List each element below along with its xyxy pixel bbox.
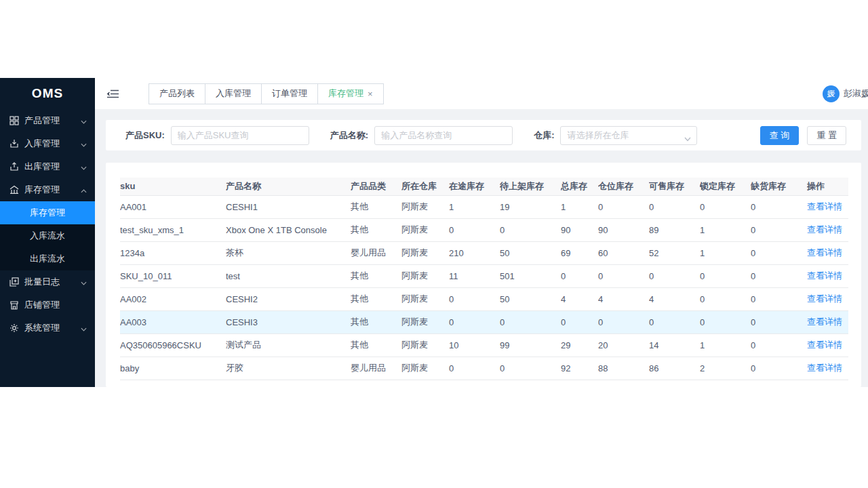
search-button[interactable]: 查 询 xyxy=(760,126,800,145)
column-header: 产品名称 xyxy=(226,178,351,195)
table-cell: CESHI3 xyxy=(226,310,351,333)
view-details-link[interactable]: 查看详情 xyxy=(807,340,842,350)
sidebar-item-inbound-management[interactable]: 入库管理 xyxy=(0,132,95,155)
table-cell: CESHI1 xyxy=(226,195,351,218)
sidebar-item-label: 批量日志 xyxy=(24,276,78,288)
submenu-item-inbound-flow[interactable]: 入库流水 xyxy=(0,224,95,247)
table-body: AA001CESHI1其他阿斯麦11910000查看详情test_sku_xms… xyxy=(120,195,848,380)
tab-inbound-management[interactable]: 入库管理 xyxy=(205,83,262,104)
sidebar-item-outbound-management[interactable]: 出库管理 xyxy=(0,155,95,178)
table-cell: 0 xyxy=(500,310,561,333)
table-cell: 210 xyxy=(449,241,500,264)
topbar: 产品列表 入库管理 订单管理 库存管理 × 媛 彭淑媛 xyxy=(95,78,868,109)
tab-order-management[interactable]: 订单管理 xyxy=(261,83,318,104)
table-cell: AA003 xyxy=(120,310,226,333)
avatar[interactable]: 媛 xyxy=(823,85,840,102)
reset-button[interactable]: 重 置 xyxy=(807,126,846,145)
table-cell: 52 xyxy=(649,241,700,264)
inventory-table: sku产品名称产品品类所在仓库在途库存待上架库存总库存仓位库存可售库存锁定库存缺… xyxy=(120,178,848,380)
table-header-row: sku产品名称产品品类所在仓库在途库存待上架库存总库存仓位库存可售库存锁定库存缺… xyxy=(120,178,848,195)
column-header: 所在仓库 xyxy=(401,178,449,195)
tab-inventory-management[interactable]: 库存管理 × xyxy=(317,83,384,104)
table-cell: 92 xyxy=(561,357,598,380)
sidebar-item-inventory-management[interactable]: 库存管理 xyxy=(0,178,95,201)
table-cell: 4 xyxy=(649,287,700,310)
table-cell: 0 xyxy=(598,264,649,287)
sidebar-item-product-management[interactable]: 产品管理 xyxy=(0,109,95,132)
table-cell: 14 xyxy=(649,333,700,357)
sidebar-fold-icon[interactable] xyxy=(106,89,119,99)
table-cell: 0 xyxy=(449,357,500,380)
submenu-item-inventory[interactable]: 库存管理 xyxy=(0,201,95,224)
action-cell: 查看详情 xyxy=(807,195,848,218)
gear-icon xyxy=(9,323,19,333)
sidebar: OMS 产品管理 入库管理 出库管理 库存管理 xyxy=(0,78,95,387)
view-details-link[interactable]: 查看详情 xyxy=(807,224,842,235)
sidebar-item-system-management[interactable]: 系统管理 xyxy=(0,317,95,340)
table-cell: 0 xyxy=(649,310,700,333)
table-cell: 阿斯麦 xyxy=(401,264,449,287)
main-content: 产品SKU: 产品名称: 仓库: 请选择所在仓库 查 询 重 置 xyxy=(95,109,868,387)
table-cell: 0 xyxy=(500,357,561,380)
product-name-filter-input[interactable] xyxy=(374,126,513,145)
table-cell: test_sku_xms_1 xyxy=(120,218,226,241)
inventory-submenu: 库存管理 入库流水 出库流水 xyxy=(0,201,95,270)
chevron-down-icon xyxy=(81,323,87,333)
view-details-link[interactable]: 查看详情 xyxy=(807,363,842,373)
column-header: 总库存 xyxy=(561,178,598,195)
table-cell: 阿斯麦 xyxy=(401,333,449,357)
sku-filter-input[interactable] xyxy=(171,126,309,145)
inbound-icon xyxy=(9,139,19,148)
view-details-link[interactable]: 查看详情 xyxy=(807,317,842,327)
table-row: AA001CESHI1其他阿斯麦11910000查看详情 xyxy=(120,195,848,218)
table-cell: 阿斯麦 xyxy=(401,218,449,241)
sidebar-item-batch-log[interactable]: 批量日志 xyxy=(0,270,95,293)
table-cell: 88 xyxy=(598,357,649,380)
sidebar-item-label: 出库管理 xyxy=(24,161,78,173)
table-row: test_sku_xms_1Xbox One X 1TB Console其他阿斯… xyxy=(120,218,848,241)
column-header: 缺货库存 xyxy=(751,178,807,195)
table-row: baby牙胶婴儿用品阿斯麦0092888620查看详情 xyxy=(120,357,848,380)
warehouse-select-placeholder: 请选择所在仓库 xyxy=(567,129,629,142)
table-row: 1234a茶杯婴儿用品阿斯麦2105069605210查看详情 xyxy=(120,241,848,264)
table-cell: 1 xyxy=(700,218,751,241)
action-cell: 查看详情 xyxy=(807,357,848,380)
action-cell: 查看详情 xyxy=(807,333,848,357)
table-row: SKU_10_011test其他阿斯麦1150100000查看详情 xyxy=(120,264,848,287)
view-details-link[interactable]: 查看详情 xyxy=(807,201,842,211)
table-cell: CESHI2 xyxy=(226,287,351,310)
table-cell: 阿斯麦 xyxy=(401,310,449,333)
tab-label: 订单管理 xyxy=(272,87,307,100)
table-cell: 其他 xyxy=(351,218,401,241)
table-cell: 0 xyxy=(449,310,500,333)
table-cell: 0 xyxy=(751,287,807,310)
warehouse-select[interactable]: 请选择所在仓库 xyxy=(560,126,697,145)
outbound-icon xyxy=(9,162,19,171)
submenu-item-outbound-flow[interactable]: 出库流水 xyxy=(0,247,95,270)
view-details-link[interactable]: 查看详情 xyxy=(807,293,842,304)
sidebar-item-shop-management[interactable]: 店铺管理 xyxy=(0,293,95,317)
table-cell: 其他 xyxy=(351,287,401,310)
table-cell: 0 xyxy=(751,310,807,333)
sku-filter-label: 产品SKU: xyxy=(125,129,165,142)
table-cell: 其他 xyxy=(351,333,401,357)
table-cell: 其他 xyxy=(351,264,401,287)
chevron-down-icon xyxy=(81,116,87,126)
filter-actions: 查 询 重 置 xyxy=(760,126,846,145)
table-cell: 阿斯麦 xyxy=(401,357,449,380)
table-cell: 牙胶 xyxy=(226,357,351,380)
table-cell: 86 xyxy=(649,357,700,380)
action-cell: 查看详情 xyxy=(807,264,848,287)
table-cell: baby xyxy=(120,357,226,380)
table-cell: Xbox One X 1TB Console xyxy=(226,218,351,241)
table-cell: 0 xyxy=(751,357,807,380)
close-icon[interactable]: × xyxy=(368,89,373,98)
user-menu[interactable]: 媛 彭淑媛 xyxy=(823,78,868,109)
filter-bar: 产品SKU: 产品名称: 仓库: 请选择所在仓库 查 询 重 置 xyxy=(106,120,861,150)
tab-product-list[interactable]: 产品列表 xyxy=(149,83,205,104)
chevron-down-icon xyxy=(684,134,691,144)
view-details-link[interactable]: 查看详情 xyxy=(807,270,842,281)
view-details-link[interactable]: 查看详情 xyxy=(807,247,842,258)
sidebar-item-label: 店铺管理 xyxy=(24,299,87,311)
table-cell: 1 xyxy=(449,195,500,218)
